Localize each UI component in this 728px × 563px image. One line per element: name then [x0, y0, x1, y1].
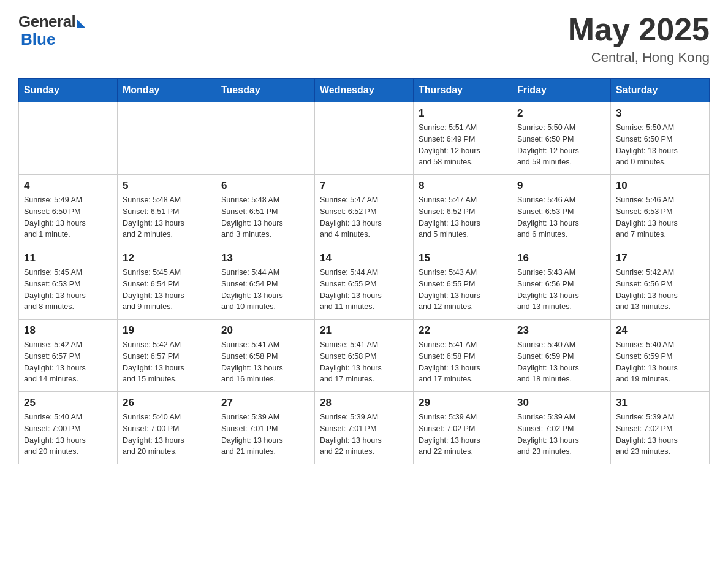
day-number: 12 [123, 252, 211, 264]
calendar-table: SundayMondayTuesdayWednesdayThursdayFrid… [18, 78, 710, 464]
day-info: Sunrise: 5:50 AM Sunset: 6:50 PM Dayligh… [517, 122, 605, 168]
day-number: 28 [320, 397, 408, 409]
day-number: 11 [24, 252, 112, 264]
day-info: Sunrise: 5:39 AM Sunset: 7:01 PM Dayligh… [320, 412, 408, 458]
day-number: 24 [616, 324, 704, 337]
calendar-header-row: SundayMondayTuesdayWednesdayThursdayFrid… [19, 79, 710, 102]
calendar-cell [19, 102, 118, 175]
day-info: Sunrise: 5:41 AM Sunset: 6:58 PM Dayligh… [419, 339, 507, 385]
day-number: 9 [517, 180, 605, 192]
day-number: 21 [320, 324, 408, 337]
column-header-sunday: Sunday [19, 79, 118, 102]
calendar-cell: 6Sunrise: 5:48 AM Sunset: 6:51 PM Daylig… [216, 175, 314, 247]
column-header-thursday: Thursday [413, 79, 512, 102]
calendar-week-row: 25Sunrise: 5:40 AM Sunset: 7:00 PM Dayli… [19, 392, 710, 464]
day-number: 30 [517, 397, 605, 409]
day-number: 3 [616, 107, 704, 120]
calendar-cell: 24Sunrise: 5:40 AM Sunset: 6:59 PM Dayli… [610, 320, 709, 392]
day-info: Sunrise: 5:44 AM Sunset: 6:55 PM Dayligh… [320, 267, 408, 313]
day-number: 26 [123, 397, 211, 409]
day-info: Sunrise: 5:40 AM Sunset: 6:59 PM Dayligh… [616, 339, 704, 385]
day-number: 7 [320, 180, 408, 192]
day-number: 29 [419, 397, 507, 409]
calendar-cell [216, 102, 314, 175]
day-number: 20 [221, 324, 309, 337]
day-number: 1 [419, 107, 507, 120]
calendar-cell [117, 102, 216, 175]
calendar-week-row: 4Sunrise: 5:49 AM Sunset: 6:50 PM Daylig… [19, 175, 710, 247]
day-number: 6 [221, 180, 309, 192]
calendar-cell: 16Sunrise: 5:43 AM Sunset: 6:56 PM Dayli… [512, 247, 610, 320]
day-info: Sunrise: 5:39 AM Sunset: 7:02 PM Dayligh… [419, 412, 507, 458]
calendar-cell: 7Sunrise: 5:47 AM Sunset: 6:52 PM Daylig… [314, 175, 413, 247]
day-info: Sunrise: 5:50 AM Sunset: 6:50 PM Dayligh… [616, 122, 704, 168]
logo: General Blue [18, 12, 85, 49]
day-number: 25 [24, 397, 112, 409]
day-info: Sunrise: 5:39 AM Sunset: 7:02 PM Dayligh… [517, 412, 605, 458]
day-info: Sunrise: 5:48 AM Sunset: 6:51 PM Dayligh… [221, 194, 309, 240]
calendar-cell: 5Sunrise: 5:48 AM Sunset: 6:51 PM Daylig… [117, 175, 216, 247]
location-subtitle: Central, Hong Kong [568, 50, 710, 66]
day-info: Sunrise: 5:39 AM Sunset: 7:02 PM Dayligh… [616, 412, 704, 458]
day-number: 18 [24, 324, 112, 337]
day-number: 19 [123, 324, 211, 337]
month-year-title: May 2025 [568, 12, 710, 47]
day-info: Sunrise: 5:47 AM Sunset: 6:52 PM Dayligh… [320, 194, 408, 240]
page-header: General Blue May 2025 Central, Hong Kong [18, 12, 710, 66]
title-block: May 2025 Central, Hong Kong [568, 12, 710, 66]
logo-general-text: General [18, 12, 75, 31]
day-number: 17 [616, 252, 704, 264]
day-info: Sunrise: 5:43 AM Sunset: 6:55 PM Dayligh… [419, 267, 507, 313]
day-number: 4 [24, 180, 112, 192]
day-info: Sunrise: 5:48 AM Sunset: 6:51 PM Dayligh… [123, 194, 211, 240]
day-info: Sunrise: 5:40 AM Sunset: 7:00 PM Dayligh… [123, 412, 211, 458]
calendar-cell: 12Sunrise: 5:45 AM Sunset: 6:54 PM Dayli… [117, 247, 216, 320]
calendar-cell: 15Sunrise: 5:43 AM Sunset: 6:55 PM Dayli… [413, 247, 512, 320]
calendar-cell: 18Sunrise: 5:42 AM Sunset: 6:57 PM Dayli… [19, 320, 118, 392]
day-info: Sunrise: 5:41 AM Sunset: 6:58 PM Dayligh… [320, 339, 408, 385]
day-info: Sunrise: 5:42 AM Sunset: 6:57 PM Dayligh… [24, 339, 112, 385]
day-number: 15 [419, 252, 507, 264]
day-number: 13 [221, 252, 309, 264]
calendar-cell: 9Sunrise: 5:46 AM Sunset: 6:53 PM Daylig… [512, 175, 610, 247]
calendar-cell: 19Sunrise: 5:42 AM Sunset: 6:57 PM Dayli… [117, 320, 216, 392]
calendar-week-row: 1Sunrise: 5:51 AM Sunset: 6:49 PM Daylig… [19, 102, 710, 175]
column-header-friday: Friday [512, 79, 610, 102]
calendar-cell: 25Sunrise: 5:40 AM Sunset: 7:00 PM Dayli… [19, 392, 118, 464]
day-number: 14 [320, 252, 408, 264]
day-info: Sunrise: 5:40 AM Sunset: 6:59 PM Dayligh… [517, 339, 605, 385]
logo-blue-text: Blue [21, 30, 55, 48]
calendar-cell [314, 102, 413, 175]
day-number: 22 [419, 324, 507, 337]
calendar-week-row: 11Sunrise: 5:45 AM Sunset: 6:53 PM Dayli… [19, 247, 710, 320]
calendar-cell: 3Sunrise: 5:50 AM Sunset: 6:50 PM Daylig… [610, 102, 709, 175]
day-number: 23 [517, 324, 605, 337]
day-number: 31 [616, 397, 704, 409]
calendar-cell: 28Sunrise: 5:39 AM Sunset: 7:01 PM Dayli… [314, 392, 413, 464]
calendar-cell: 13Sunrise: 5:44 AM Sunset: 6:54 PM Dayli… [216, 247, 314, 320]
day-info: Sunrise: 5:47 AM Sunset: 6:52 PM Dayligh… [419, 194, 507, 240]
calendar-cell: 21Sunrise: 5:41 AM Sunset: 6:58 PM Dayli… [314, 320, 413, 392]
day-number: 10 [616, 180, 704, 192]
day-number: 27 [221, 397, 309, 409]
logo-arrow-icon [77, 19, 85, 28]
day-info: Sunrise: 5:42 AM Sunset: 6:56 PM Dayligh… [616, 267, 704, 313]
calendar-cell: 10Sunrise: 5:46 AM Sunset: 6:53 PM Dayli… [610, 175, 709, 247]
calendar-cell: 30Sunrise: 5:39 AM Sunset: 7:02 PM Dayli… [512, 392, 610, 464]
day-number: 2 [517, 107, 605, 120]
calendar-cell: 22Sunrise: 5:41 AM Sunset: 6:58 PM Dayli… [413, 320, 512, 392]
day-info: Sunrise: 5:40 AM Sunset: 7:00 PM Dayligh… [24, 412, 112, 458]
column-header-wednesday: Wednesday [314, 79, 413, 102]
day-info: Sunrise: 5:41 AM Sunset: 6:58 PM Dayligh… [221, 339, 309, 385]
calendar-cell: 2Sunrise: 5:50 AM Sunset: 6:50 PM Daylig… [512, 102, 610, 175]
day-number: 8 [419, 180, 507, 192]
calendar-cell: 29Sunrise: 5:39 AM Sunset: 7:02 PM Dayli… [413, 392, 512, 464]
column-header-saturday: Saturday [610, 79, 709, 102]
calendar-cell: 1Sunrise: 5:51 AM Sunset: 6:49 PM Daylig… [413, 102, 512, 175]
calendar-cell: 27Sunrise: 5:39 AM Sunset: 7:01 PM Dayli… [216, 392, 314, 464]
day-info: Sunrise: 5:46 AM Sunset: 6:53 PM Dayligh… [517, 194, 605, 240]
column-header-monday: Monday [117, 79, 216, 102]
calendar-cell: 11Sunrise: 5:45 AM Sunset: 6:53 PM Dayli… [19, 247, 118, 320]
calendar-cell: 26Sunrise: 5:40 AM Sunset: 7:00 PM Dayli… [117, 392, 216, 464]
day-info: Sunrise: 5:39 AM Sunset: 7:01 PM Dayligh… [221, 412, 309, 458]
